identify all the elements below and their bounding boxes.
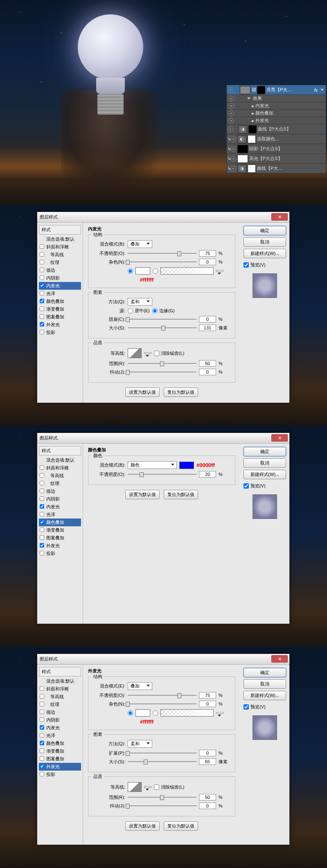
new-style-button[interactable]: 新建样式(W)... (244, 691, 286, 700)
style-item[interactable]: 内发光 (39, 282, 81, 290)
blend-options-item[interactable]: 混合选项:默认 (39, 235, 81, 243)
range-input[interactable] (199, 794, 216, 800)
jitter-slider[interactable] (128, 803, 196, 809)
style-checkbox[interactable] (40, 244, 44, 249)
style-checkbox[interactable] (40, 330, 44, 334)
curves-icon[interactable]: ◑ (237, 165, 246, 173)
style-item[interactable]: 纹理 (39, 259, 81, 266)
style-checkbox[interactable] (40, 528, 44, 532)
opacity-input[interactable] (199, 471, 216, 478)
style-checkbox[interactable] (40, 702, 44, 706)
style-item[interactable]: 内发光 (39, 503, 81, 511)
style-checkbox[interactable] (40, 496, 44, 501)
layer-row-curves2[interactable]: ↳ ◑ 曲线【P大… (227, 164, 326, 174)
jitter-input[interactable] (199, 803, 216, 809)
style-item[interactable]: 颜色叠加 (39, 298, 81, 305)
opacity-slider[interactable] (128, 692, 196, 698)
cancel-button[interactable]: 取消 (244, 458, 286, 468)
layer-row-highlight[interactable]: ↳ 高光【P大点S】 (227, 154, 326, 164)
style-checkbox[interactable] (40, 535, 44, 540)
effect-row[interactable]: ● 颜色叠加 (227, 110, 326, 117)
style-checkbox[interactable] (40, 694, 44, 699)
visibility-icon[interactable] (230, 166, 236, 171)
reset-default-button[interactable]: 复位为默认值 (164, 388, 198, 397)
set-default-button[interactable]: 设置为默认值 (125, 490, 160, 499)
style-item[interactable]: 等高线 (39, 251, 81, 259)
close-button[interactable]: ✕ (271, 434, 288, 442)
color-radio[interactable] (128, 268, 133, 274)
visibility-icon[interactable] (228, 103, 234, 109)
noise-input[interactable] (199, 259, 216, 265)
style-item[interactable]: 内发光 (39, 724, 81, 732)
style-checkbox[interactable] (40, 473, 44, 478)
effect-row[interactable]: ● 外发光 (227, 117, 326, 124)
color-swatch[interactable] (135, 267, 150, 275)
style-item[interactable]: 等高线 (39, 472, 81, 480)
mask-thumb[interactable] (248, 125, 257, 133)
reset-default-button[interactable]: 复位为默认值 (164, 490, 198, 499)
visibility-icon[interactable] (228, 96, 234, 101)
styles-header[interactable]: 样式 (39, 225, 81, 234)
color-radio[interactable] (128, 710, 133, 716)
style-item[interactable]: 投影 (39, 550, 81, 557)
visibility-icon[interactable] (230, 136, 236, 142)
style-item[interactable]: 描边 (39, 266, 81, 274)
opacity-slider[interactable] (128, 250, 196, 256)
style-checkbox[interactable] (40, 741, 44, 745)
source-edge-radio[interactable]: 边缘(G) (152, 308, 175, 314)
size-slider[interactable] (128, 759, 196, 764)
layer-thumb[interactable] (237, 145, 248, 153)
technique-select[interactable]: 柔和 (128, 740, 152, 748)
gradient-radio[interactable] (153, 710, 158, 716)
style-item[interactable]: 等高线 (39, 693, 81, 701)
cancel-button[interactable]: 取消 (244, 237, 286, 247)
blend-mode-select[interactable]: 叠加 (128, 240, 152, 248)
gradient-dropdown[interactable] (216, 712, 223, 714)
styles-header[interactable]: 样式 (39, 446, 81, 455)
visibility-icon[interactable] (230, 146, 236, 152)
style-checkbox[interactable] (40, 772, 44, 776)
style-item[interactable]: 内阴影 (39, 716, 81, 724)
style-item[interactable]: 斜面和浮雕 (39, 243, 81, 251)
preview-checkbox[interactable]: 预览(V) (244, 704, 286, 710)
fx-label[interactable]: fx (314, 88, 319, 92)
style-item[interactable]: 描边 (39, 708, 81, 716)
set-default-button[interactable]: 设置为默认值 (125, 821, 160, 831)
gradient-select[interactable] (160, 267, 214, 275)
style-item[interactable]: 光泽 (39, 511, 81, 519)
spread-input[interactable] (199, 750, 216, 756)
opacity-input[interactable] (199, 692, 216, 699)
size-input[interactable] (199, 325, 216, 331)
ok-button[interactable]: 确定 (244, 447, 286, 456)
effect-row[interactable]: ● 内发光 (227, 102, 326, 110)
style-item[interactable]: 外发光 (39, 321, 81, 329)
mask-thumb[interactable] (257, 86, 265, 94)
mask-thumb[interactable] (248, 165, 256, 173)
style-item[interactable]: 光泽 (39, 290, 81, 298)
range-slider[interactable] (128, 361, 196, 366)
reset-default-button[interactable]: 复位为默认值 (164, 821, 198, 831)
style-item[interactable]: 纹理 (39, 701, 81, 708)
style-checkbox[interactable] (40, 465, 44, 470)
color-swatch[interactable] (135, 709, 150, 717)
style-checkbox[interactable] (40, 489, 44, 493)
style-checkbox[interactable] (40, 314, 44, 319)
style-checkbox[interactable] (40, 749, 44, 753)
noise-input[interactable] (199, 701, 216, 707)
mask-thumb[interactable] (248, 135, 256, 143)
spread-slider[interactable] (128, 750, 196, 756)
dialog-titlebar[interactable]: 图层样式 ✕ (37, 212, 289, 223)
source-center-radio[interactable]: 居中(E) (128, 308, 150, 314)
layers-panel[interactable]: ⛓ 月亮【P大… fx 效果 ● 内发光 ● 颜色叠加 ● 外发光 (226, 85, 326, 174)
expand-icon[interactable] (320, 89, 324, 91)
contour-picker[interactable] (128, 782, 142, 792)
layer-thumb[interactable] (240, 86, 250, 94)
close-button[interactable]: ✕ (271, 213, 288, 221)
style-item[interactable]: 图案叠加 (39, 534, 81, 542)
style-checkbox[interactable] (40, 710, 44, 714)
style-checkbox[interactable] (40, 543, 44, 548)
contour-dropdown[interactable] (144, 786, 151, 788)
layer-row-shadow[interactable]: ↳ 阴影【P大点S】 (227, 144, 326, 154)
style-checkbox[interactable] (40, 291, 44, 295)
style-checkbox[interactable] (40, 686, 44, 691)
